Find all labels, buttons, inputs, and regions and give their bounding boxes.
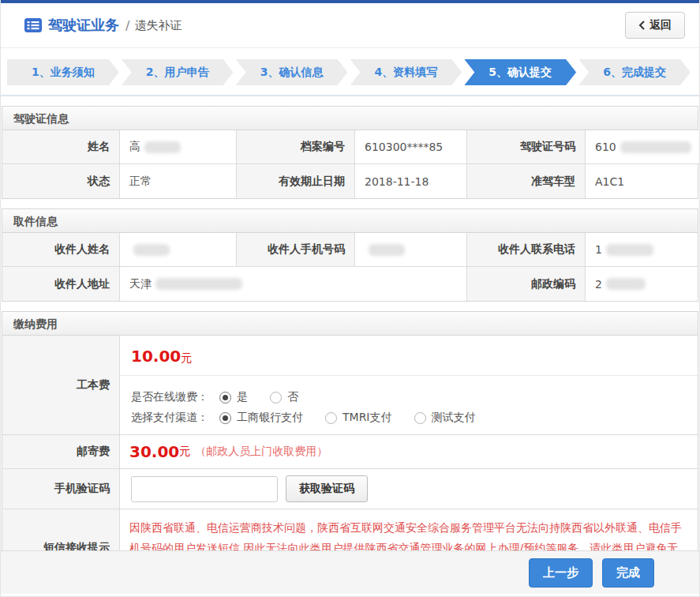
redacted-postal-code <box>606 278 646 290</box>
step-wizard: 1、业务须知 2、用户申告 3、确认信息 4、资料填写 5、确认提交 6、完成提… <box>1 48 699 96</box>
channel-icbc-label: 工商银行支付 <box>237 411 303 425</box>
postage-fee-note: （邮政人员上门收取费用） <box>195 445 328 459</box>
name-label: 姓名 <box>2 130 120 164</box>
step-3-confirm-info[interactable]: 3、确认信息 <box>236 59 348 85</box>
postage-fee-label: 邮寄费 <box>2 435 120 469</box>
radio-icon <box>219 392 231 404</box>
footer-action-bar: 上一步 完成 <box>1 550 699 594</box>
recipient-mobile-label: 收件人手机号码 <box>237 233 355 267</box>
recipient-phone-label: 收件人联系电话 <box>467 233 586 267</box>
get-sms-code-button[interactable]: 获取验证码 <box>286 475 368 502</box>
redacted-recipient-name <box>133 244 170 256</box>
step-2-user-declaration[interactable]: 2、用户申告 <box>122 59 234 85</box>
production-fee-cell: 10.00元 是否在线缴费： 是 否 <box>120 336 698 435</box>
menu-list-icon <box>24 18 42 32</box>
pickup-info-panel-title: 取件信息 <box>2 209 698 233</box>
postal-code-value: 2 <box>586 267 698 301</box>
vehicle-type-label: 准驾车型 <box>467 164 586 198</box>
license-info-panel-title: 驾驶证信息 <box>2 107 698 130</box>
sms-code-cell: 获取验证码 <box>120 469 698 509</box>
online-pay-question: 是否在线缴费： <box>131 390 208 404</box>
finish-button[interactable]: 完成 <box>602 558 654 588</box>
file-number-value: 610300****85 <box>355 130 467 164</box>
redacted-name <box>144 141 181 153</box>
header: 驾驶证业务 / 遗失补证 返回 <box>1 3 699 48</box>
radio-icon <box>414 412 426 424</box>
recipient-mobile-value <box>355 233 467 267</box>
expiry-label: 有效期止日期 <box>237 164 355 198</box>
page-title: 驾驶证业务 <box>48 16 119 35</box>
step-5-confirm-submit[interactable]: 5、确认提交 <box>464 59 576 85</box>
recipient-name-value <box>120 233 237 267</box>
page: 驾驶证业务 / 遗失补证 返回 1、业务须知 2、用户申告 3、确认信息 4、资… <box>0 0 700 597</box>
breadcrumb-separator: / <box>125 18 129 33</box>
license-number-value: 610 <box>586 130 700 164</box>
channel-tmri-label: TMRI支付 <box>343 411 392 425</box>
recipient-address-value: 天津 <box>120 267 467 301</box>
pickup-info-panel: 取件信息 收件人姓名 收件人手机号码 收件人联系电话 1 收件人地址 天津 邮政… <box>2 208 698 302</box>
pay-channel-question: 选择支付渠道： <box>131 411 208 425</box>
channel-test-radio[interactable]: 测试支付 <box>414 411 476 425</box>
sms-code-label: 手机验证码 <box>2 469 120 509</box>
redacted-recipient-address <box>155 278 242 290</box>
step-6-finish-submit[interactable]: 6、完成提交 <box>578 59 691 85</box>
sms-code-input[interactable] <box>131 476 278 502</box>
payment-panel: 缴纳费用 工本费 10.00元 是否在线缴费： 是 <box>2 311 698 588</box>
file-number-label: 档案编号 <box>237 130 355 164</box>
channel-icbc-radio[interactable]: 工商银行支付 <box>219 411 303 425</box>
postal-code-label: 邮政编码 <box>467 267 586 301</box>
status-label: 状态 <box>2 164 120 198</box>
name-value: 高 <box>120 130 237 164</box>
radio-icon <box>219 412 231 424</box>
radio-icon <box>270 392 282 404</box>
status-value: 正常 <box>120 164 237 198</box>
online-pay-yes-label: 是 <box>237 390 248 404</box>
payment-panel-title: 缴纳费用 <box>2 312 698 336</box>
breadcrumb-current: 遗失补证 <box>134 18 182 33</box>
online-pay-no-label: 否 <box>287 390 298 404</box>
channel-tmri-radio[interactable]: TMRI支付 <box>325 411 392 425</box>
step-4-fill-material[interactable]: 4、资料填写 <box>350 59 462 85</box>
step-1-business-notice[interactable]: 1、业务须知 <box>7 59 119 85</box>
recipient-phone-value: 1 <box>586 233 698 267</box>
online-pay-yes-radio[interactable]: 是 <box>219 390 248 404</box>
back-button[interactable]: 返回 <box>625 12 685 39</box>
chevron-left-icon <box>638 21 646 30</box>
license-info-panel: 驾驶证信息 姓名 高 档案编号 610300****85 驾驶证号码 610 状… <box>2 106 698 199</box>
previous-step-button[interactable]: 上一步 <box>529 558 593 588</box>
back-button-label: 返回 <box>649 18 672 32</box>
expiry-value: 2018-11-18 <box>355 164 467 198</box>
license-number-label: 驾驶证号码 <box>467 130 586 164</box>
redacted-recipient-mobile <box>369 244 405 256</box>
redacted-recipient-phone <box>606 244 653 256</box>
recipient-name-label: 收件人姓名 <box>2 233 120 267</box>
channel-test-label: 测试支付 <box>432 411 476 425</box>
postage-fee-value: 30.00元 （邮政人员上门收取费用） <box>120 435 698 469</box>
online-pay-no-radio[interactable]: 否 <box>270 390 298 404</box>
redacted-license-number <box>620 141 691 153</box>
recipient-address-label: 收件人地址 <box>2 267 120 301</box>
vehicle-type-value: A1C1 <box>586 164 698 198</box>
radio-icon <box>325 412 337 424</box>
production-fee-label: 工本费 <box>2 336 120 435</box>
production-fee-amount: 10.00元 <box>120 336 698 376</box>
